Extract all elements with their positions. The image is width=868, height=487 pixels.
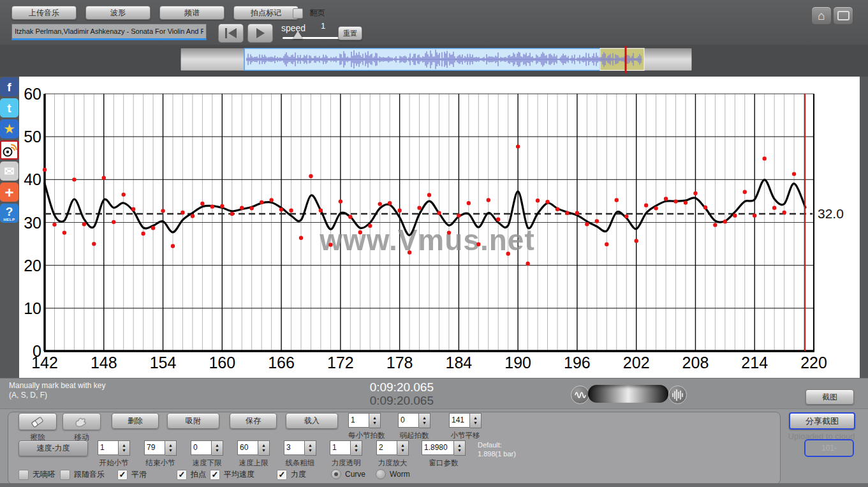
spectrum-button[interactable]: 频谱 [159, 6, 224, 20]
bar-shift-spinner-label: 小节平移 [449, 431, 482, 440]
fullscreen-icon[interactable] [833, 6, 853, 25]
beat-tempo-dot [644, 203, 648, 207]
dynamics-opacity-spinner-value[interactable]: 1 [330, 440, 351, 455]
twitter-icon[interactable]: t [0, 98, 18, 117]
end-bar-spinner-stepper[interactable]: ▲▼ [165, 440, 177, 456]
load-button[interactable]: 载入 [286, 413, 338, 429]
beat-tempo-dot [368, 224, 372, 228]
beat-tempo-dot [171, 244, 175, 248]
line-width-spinner-stepper[interactable]: ▲▼ [305, 440, 316, 456]
delete-button[interactable]: 删除 [112, 413, 159, 429]
window-param-spinner-value[interactable]: 1.8980 [422, 440, 454, 455]
beat-points-checkbox[interactable]: ✓ [177, 470, 187, 480]
email-icon[interactable]: ✉ [0, 161, 18, 181]
end-bar-spinner-value[interactable]: 79 [144, 440, 165, 455]
tempo-max-spinner[interactable]: 60▲▼ [237, 440, 270, 456]
tempo-chart[interactable]: www.Vmus.net32.0142148154160166172178184… [19, 77, 860, 378]
beat-tempo-dot [782, 211, 786, 214]
beat-tempo-dot [289, 208, 293, 212]
beats-per-bar-spinner[interactable]: 1▲▼ [348, 413, 385, 428]
weibo-icon[interactable] [0, 140, 18, 160]
window-param-spinner-stepper[interactable]: ▲▼ [454, 440, 466, 456]
beat-tempo-dot [63, 230, 66, 234]
tempo-max-spinner-label: 速度上限 [237, 458, 270, 468]
line-width-spinner[interactable]: 3▲▼ [284, 440, 316, 456]
screenshot-button[interactable]: 截图 [805, 389, 854, 405]
move-button[interactable] [63, 413, 101, 430]
pickup-beats-spinner-value[interactable]: 0 [398, 413, 419, 428]
tempo-min-spinner-stepper[interactable]: ▲▼ [212, 440, 223, 456]
window-param-spinner-label: 窗口参数 [422, 458, 466, 468]
bar-shift-spinner[interactable]: 141▲▼ [449, 413, 482, 428]
skip-to-start-button[interactable] [218, 24, 244, 43]
speed-slider-thumb[interactable] [293, 31, 303, 39]
snap-button[interactable]: 吸附 [167, 413, 219, 429]
end-bar-spinner[interactable]: 79▲▼ [144, 440, 177, 456]
tempo-min-spinner-label: 速度下限 [191, 458, 223, 468]
beat-tempo-dot [43, 168, 47, 172]
beat-tempo-dot [624, 214, 628, 218]
tempo-max-spinner-stepper[interactable]: ▲▼ [258, 440, 270, 456]
beat-mark-button[interactable]: 拍点标记 [233, 6, 298, 20]
speed-slider[interactable] [283, 37, 340, 39]
tempo-min-spinner[interactable]: 0▲▼ [191, 440, 223, 456]
dynamics-zoom-spinner-value[interactable]: 2 [376, 440, 397, 455]
erase-button[interactable] [18, 413, 57, 430]
share-secondary-button[interactable]: 101- [804, 439, 854, 457]
curve-radio[interactable] [331, 469, 341, 479]
waveform-overview[interactable] [180, 48, 692, 73]
controls-inset-panel: 擦除移动删除吸附保存载入1▲▼每小节拍数0▲▼弱起拍数141▲▼小节平移速度-力… [8, 412, 781, 484]
no-tick-checkbox[interactable] [18, 470, 29, 480]
tempo-dynamics-button[interactable]: 速度-力度 [18, 440, 88, 456]
beats-per-bar-spinner-value[interactable]: 1 [348, 413, 369, 428]
page-turn-checkbox[interactable] [293, 8, 303, 19]
window-param-spinner[interactable]: 1.8980▲▼ [422, 440, 466, 456]
song-title-input[interactable] [11, 24, 207, 40]
dynamics-opacity-spinner[interactable]: 1▲▼ [330, 440, 362, 456]
follow-music-checkbox[interactable] [60, 470, 70, 480]
bar-shift-spinner-value[interactable]: 141 [449, 413, 470, 428]
share-screenshot-button[interactable]: 分享截图 [789, 412, 855, 430]
beat-tempo-dot [772, 206, 776, 209]
facebook-icon[interactable]: f [0, 77, 18, 96]
dynamics-opacity-spinner-stepper[interactable]: ▲▼ [351, 440, 362, 456]
upload-music-button[interactable]: 上传音乐 [11, 6, 77, 20]
bar-shift-spinner-stepper[interactable]: ▲▼ [470, 413, 482, 428]
dynamics-zoom-spinner-stepper[interactable]: ▲▼ [397, 440, 409, 456]
tempo-max-spinner-value[interactable]: 60 [237, 440, 258, 455]
help-icon[interactable]: ?HELP [0, 204, 18, 223]
pickup-beats-spinner[interactable]: 0▲▼ [398, 413, 430, 428]
wave-scale-slider[interactable] [588, 385, 668, 403]
wave-scale-down-icon[interactable] [571, 386, 589, 404]
y-tick-label: 30 [24, 214, 41, 232]
worm-radio[interactable] [376, 469, 386, 479]
average-tempo-label: 32.0 [818, 206, 844, 221]
dynamics-zoom-spinner[interactable]: 2▲▼ [376, 440, 409, 456]
beat-tempo-dot [220, 204, 224, 208]
wave-scale-up-icon[interactable] [668, 386, 687, 404]
beat-tempo-dot [684, 200, 688, 204]
tempo-min-spinner-value[interactable]: 0 [191, 440, 212, 455]
average-tempo-checkbox[interactable]: ✓ [210, 470, 220, 480]
pickup-beats-spinner-stepper[interactable]: ▲▼ [419, 413, 430, 428]
x-tick-label: 178 [386, 354, 413, 371]
dynamics-checkbox[interactable]: ✓ [277, 470, 287, 480]
play-button[interactable] [247, 24, 273, 43]
start-bar-spinner[interactable]: 1▲▼ [98, 440, 130, 456]
beats-per-bar-spinner-stepper[interactable]: ▲▼ [369, 413, 381, 428]
start-bar-spinner-stepper[interactable]: ▲▼ [119, 440, 130, 456]
share-plus-icon[interactable]: + [0, 183, 18, 202]
x-tick-label: 208 [682, 354, 709, 371]
start-bar-spinner-value[interactable]: 1 [98, 440, 119, 455]
save-button[interactable]: 保存 [230, 413, 277, 429]
line-width-spinner-value[interactable]: 3 [284, 440, 305, 455]
qzone-star-icon[interactable]: ★ [0, 119, 18, 139]
home-icon[interactable]: ⌂ [811, 6, 832, 25]
worm-radio-group: Worm [376, 469, 410, 479]
smooth-checkbox[interactable]: ✓ [117, 470, 128, 480]
dynamics-zoom-spinner-label: 力度放大 [376, 458, 409, 468]
waveform-button[interactable]: 波形 [85, 6, 151, 20]
beat-tempo-dot [516, 144, 520, 148]
speed-value: 1 [321, 21, 325, 31]
reset-button[interactable]: 重置 [338, 26, 362, 40]
